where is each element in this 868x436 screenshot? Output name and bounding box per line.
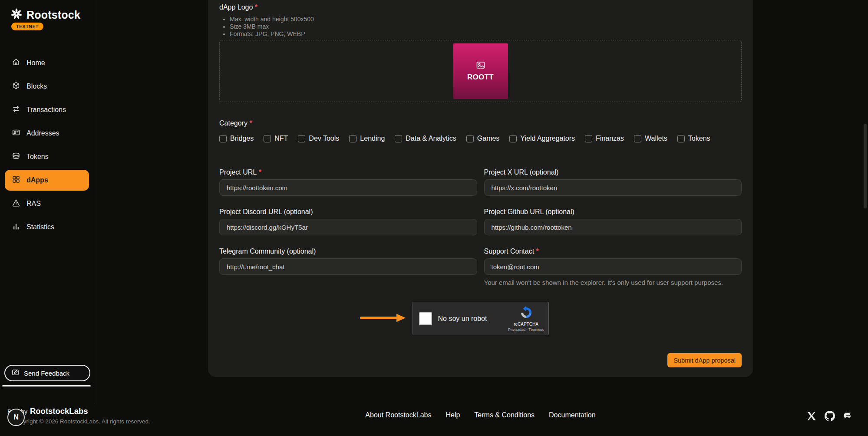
field-project-github-url: Project Github URL (optional) [484, 208, 742, 235]
logo-rules-list: Max. width and height 500x500 Size 3MB m… [219, 16, 742, 38]
checkbox-icon [298, 135, 305, 142]
footer-link-help[interactable]: Help [446, 411, 460, 419]
sidebar-item-addresses[interactable]: Addresses [0, 122, 94, 145]
recaptcha-logo-icon [519, 306, 533, 321]
category-checkbox-finanzas[interactable]: Finanzas [585, 135, 624, 142]
sidebar-item-label: Transactions [26, 106, 66, 114]
bar-chart-icon [12, 222, 20, 232]
checkbox-icon [466, 135, 474, 142]
image-icon [476, 60, 485, 70]
category-checkbox-dev-tools[interactable]: Dev Tools [298, 135, 339, 142]
recaptcha-privacy-terms[interactable]: Privacidad - Términos [508, 327, 544, 332]
category-checkbox-bridges[interactable]: Bridges [219, 135, 254, 142]
field-support-contact: Support Contact Your email won't be show… [484, 248, 742, 286]
field-project-discord-url: Project Discord URL (optional) [219, 208, 477, 235]
cube-icon [12, 81, 20, 92]
coin-icon [12, 152, 20, 162]
avatar-letter: N [13, 413, 19, 421]
sidebar-item-label: Addresses [26, 129, 59, 137]
sidebar-item-label: Tokens [26, 153, 49, 161]
checkbox-icon [349, 135, 356, 142]
category-checkbox-nft[interactable]: NFT [264, 135, 288, 142]
swap-arrows-icon [12, 105, 20, 115]
project-x-url-input[interactable] [484, 179, 742, 196]
checkbox-icon [634, 135, 641, 142]
dapp-logo-preview: ROOTT [453, 43, 508, 99]
sidebar-menu: Home Blocks Transactions Addresses Token… [0, 51, 94, 239]
submit-dapp-proposal-button[interactable]: Submit dApp proposal [667, 353, 742, 367]
checkbox-icon [264, 135, 271, 142]
category-checkbox-tokens[interactable]: Tokens [677, 135, 710, 142]
logo-preview-name: ROOTT [467, 73, 494, 82]
telegram-community-input[interactable] [219, 258, 477, 275]
x-twitter-icon[interactable] [806, 411, 817, 423]
sidebar-item-statistics[interactable]: Statistics [0, 215, 94, 239]
category-label: Category [219, 119, 742, 127]
sidebar-item-label: RAS [26, 200, 41, 208]
field-label: Support Contact [484, 248, 742, 255]
testnet-badge: TESTNET [11, 23, 43, 30]
project-url-input[interactable] [219, 179, 477, 196]
field-label: Project Discord URL (optional) [219, 208, 477, 216]
footer-link-terms[interactable]: Terms & Conditions [474, 411, 535, 419]
annotation-arrow-icon [360, 312, 406, 325]
category-checkbox-games[interactable]: Games [466, 135, 500, 142]
support-contact-input[interactable] [484, 258, 742, 275]
project-discord-url-input[interactable] [219, 219, 477, 235]
rootstock-logo-icon [10, 8, 23, 22]
recaptcha-brand: reCAPTCHA Privacidad - Términos [508, 306, 544, 332]
discord-icon[interactable] [843, 411, 853, 423]
avatar[interactable]: N [7, 409, 25, 426]
checkbox-icon [395, 135, 402, 142]
category-checkbox-data-analytics[interactable]: Data & Analytics [395, 135, 456, 142]
send-feedback-button[interactable]: Send Feedback [4, 365, 90, 381]
scrollbar-thumb[interactable] [864, 124, 867, 208]
captcha-section: No soy un robot reCAPTCHA Privacidad - T… [219, 302, 742, 335]
logo-dropzone[interactable]: ROOTT [219, 40, 742, 102]
field-label: Project X URL (optional) [484, 168, 742, 176]
project-github-url-input[interactable] [484, 219, 742, 235]
logo-rule: Size 3MB max [230, 23, 742, 30]
footer-link-documentation[interactable]: Documentation [549, 411, 596, 419]
sidebar-item-ras[interactable]: RAS [0, 192, 94, 215]
recaptcha-label: No soy un robot [438, 315, 502, 323]
sidebar-item-home[interactable]: Home [0, 51, 94, 75]
recaptcha-brand-name: reCAPTCHA [514, 322, 538, 327]
category-checkbox-lending[interactable]: Lending [349, 135, 385, 142]
sidebar-item-blocks[interactable]: Blocks [0, 75, 94, 98]
field-label: Project Github URL (optional) [484, 208, 742, 216]
dapp-logo-label: dApp Logo [219, 3, 742, 11]
github-icon[interactable] [825, 411, 835, 423]
sidebar-item-label: Blocks [26, 83, 47, 90]
id-card-icon [12, 128, 20, 139]
grid-icon [12, 175, 20, 185]
brand[interactable]: Rootstock [10, 8, 80, 22]
checkbox-icon [677, 135, 685, 142]
brand-name: Rootstock [26, 9, 80, 21]
sidebar: Rootstock TESTNET Home Blocks Transactio… [0, 0, 94, 404]
sidebar-item-dapps[interactable]: dApps [5, 170, 89, 191]
recaptcha-widget: No soy un robot reCAPTCHA Privacidad - T… [413, 302, 549, 335]
field-project-x-url: Project X URL (optional) [484, 168, 742, 196]
feedback-label: Send Feedback [24, 370, 69, 377]
sidebar-item-tokens[interactable]: Tokens [0, 145, 94, 168]
field-project-url: Project URL [219, 168, 477, 196]
category-checkbox-yield-aggregators[interactable]: Yield Aggregators [509, 135, 575, 142]
support-contact-helper: Your email won't be shown in the explore… [484, 279, 742, 286]
feedback-underline [2, 385, 91, 386]
checkbox-icon [509, 135, 517, 142]
rootstocklabs-wordmark[interactable]: RootstockLabs [30, 406, 88, 416]
footer-link-about[interactable]: About RootstockLabs [365, 411, 431, 419]
recaptcha-checkbox[interactable] [419, 312, 432, 325]
url-fields-grid: Project URL Project X URL (optional) Pro… [219, 168, 742, 286]
sidebar-item-transactions[interactable]: Transactions [0, 98, 94, 122]
app-root: Rootstock TESTNET Home Blocks Transactio… [0, 0, 868, 436]
copyright-text: Copyright © 2026 RootstockLabs. All righ… [13, 418, 150, 425]
footer-social [806, 411, 853, 423]
alert-triangle-icon [12, 198, 20, 209]
category-checkbox-wallets[interactable]: Wallets [634, 135, 667, 142]
sidebar-item-label: Home [26, 59, 45, 67]
checkbox-icon [219, 135, 227, 142]
dapp-proposal-form-card: dApp Logo Max. width and height 500x500 … [208, 0, 753, 377]
field-telegram-community: Telegram Community (optional) [219, 248, 477, 286]
